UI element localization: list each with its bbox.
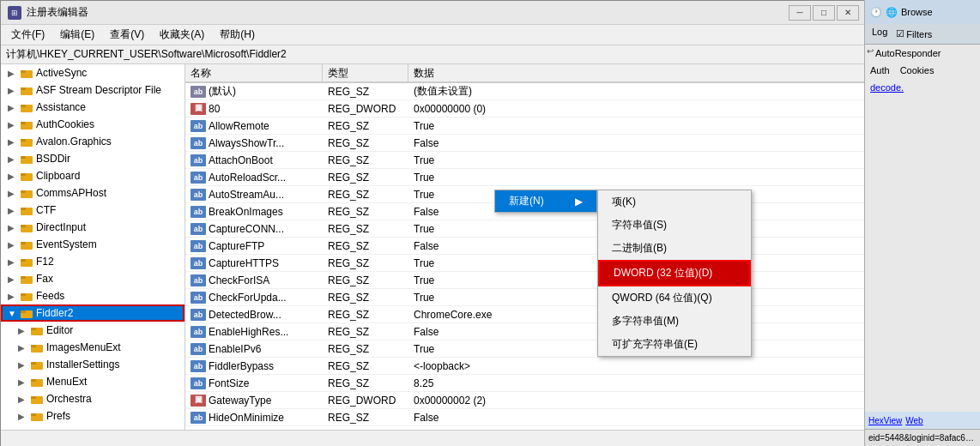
table-row[interactable]: 圖 GatewayType REG_DWORD 0x00000002 (2) [185, 392, 866, 409]
globe-icon: 🌐 [886, 7, 898, 18]
tab-auth[interactable]: Auth [868, 63, 892, 77]
tree-item-activesync[interactable]: ▶ ActiveSync [1, 64, 185, 81]
reg-icon-ab: ab [191, 360, 206, 372]
reg-name: AttachOnBoot [209, 154, 273, 166]
ctx-item-key[interactable]: 项(K) [598, 190, 751, 214]
tree-item-editor[interactable]: ▶ Editor [1, 322, 185, 339]
fiddler-link-hexview[interactable]: HexView [868, 416, 902, 425]
menu-file[interactable]: 文件(F) [4, 26, 51, 44]
tree-item-avalon[interactable]: ▶ Avalon.Graphics [1, 133, 185, 150]
reg-data: 0x00000000 (0) [408, 102, 866, 116]
ctx-item-qword[interactable]: QWORD (64 位值)(Q) [598, 286, 751, 310]
decode-link[interactable]: decode. [867, 81, 978, 94]
reg-icon-ab: ab [191, 154, 206, 166]
table-row[interactable]: ab HideOnMinimize REG_SZ False [185, 409, 866, 426]
tree-item-bsddir[interactable]: ▶ BSDDir [1, 150, 185, 167]
col-header-type[interactable]: 类型 [323, 64, 408, 81]
svg-rect-33 [31, 345, 36, 347]
reg-name: CaptureFTP [209, 240, 264, 252]
tree-item-asf[interactable]: ▶ ASF Stream Descriptor File [1, 81, 185, 99]
menu-edit[interactable]: 编辑(E) [53, 26, 101, 44]
maximize-button[interactable]: □ [813, 5, 835, 21]
expand-arrow: ▶ [18, 326, 28, 335]
table-row[interactable]: ab AllowRemote REG_SZ True [185, 118, 866, 135]
ctx-item-multistring[interactable]: 多字符串值(M) [598, 310, 751, 333]
table-row[interactable]: ab CaptureFTP REG_SZ False [185, 238, 866, 255]
tree-item-authcookies[interactable]: ▶ AuthCookies [1, 116, 185, 133]
svg-rect-25 [21, 276, 26, 279]
table-row[interactable]: ab (默认) REG_SZ (数值未设置) [185, 83, 866, 100]
table-row[interactable]: ab AttachOnBoot REG_SZ True [185, 152, 866, 169]
table-row[interactable]: 圖 80 REG_DWORD 0x00000000 (0) [185, 100, 866, 118]
table-row[interactable]: ab EnableHighRes... REG_SZ False [185, 323, 866, 341]
table-row[interactable]: ab CheckForISA REG_SZ True [185, 272, 866, 289]
expand-arrow: ▶ [8, 103, 18, 112]
reg-name: (默认) [209, 84, 236, 99]
svg-rect-35 [31, 362, 36, 365]
folder-icon [20, 84, 33, 96]
fiddler-header: 🕐 🌐 Browse [865, 0, 980, 24]
tree-item-commsaphost[interactable]: ▶ CommsAPHost [1, 184, 185, 202]
reg-type: REG_SZ [323, 154, 408, 167]
tree-item-fiddler2[interactable]: ▼ Fiddler2 [1, 304, 185, 322]
tree-item-imagesmenuext[interactable]: ▶ ImagesMenuExt [1, 339, 185, 356]
reg-data: 8.25 [408, 377, 866, 390]
new-menu-item[interactable]: 新建(N) ▶ [495, 190, 596, 212]
reg-name: CaptureHTTPS [209, 257, 279, 269]
tab-log[interactable]: Log [865, 24, 894, 44]
folder-icon [20, 153, 33, 165]
browse-label: Browse [901, 7, 933, 17]
folder-icon [20, 118, 33, 130]
reg-name: FiddlerBypass [209, 360, 274, 372]
menu-bar: 文件(F) 编辑(E) 查看(V) 收藏夹(A) 帮助(H) [1, 25, 866, 45]
table-row[interactable]: ab AutoReloadScr... REG_SZ True [185, 169, 866, 186]
reg-name: CaptureCONN... [209, 223, 284, 235]
filter-checkbox[interactable]: ☑ Filters [894, 24, 934, 44]
fiddler-link-web[interactable]: Web [905, 416, 923, 425]
tree-item-installersettings[interactable]: ▶ InstallerSettings [1, 356, 185, 373]
table-row[interactable]: ab CaptureHTTPS REG_SZ True [185, 255, 866, 272]
ctx-item-dword[interactable]: DWORD (32 位值)(D) [598, 260, 751, 286]
ctx-item-binary[interactable]: 二进制值(B) [598, 237, 751, 260]
menu-help[interactable]: 帮助(H) [213, 26, 262, 44]
menu-favorites[interactable]: 收藏夹(A) [153, 26, 211, 44]
tree-item-menuext[interactable]: ▶ MenuExt [1, 373, 185, 390]
ctx-item-expandstring[interactable]: 可扩充字符串值(E) [598, 333, 751, 356]
tree-item-fax[interactable]: ▶ Fax [1, 270, 185, 287]
tab-cookies[interactable]: Cookies [898, 63, 936, 77]
fiddler-content: decode. [865, 79, 980, 96]
tree-item-ctf[interactable]: ▶ CTF [1, 202, 185, 219]
tree-item-f12[interactable]: ▶ F12 [1, 253, 185, 270]
tree-item-directinput[interactable]: ▶ DirectInput [1, 219, 185, 236]
svg-rect-41 [31, 413, 36, 416]
reg-name: AutoStreamAu... [209, 189, 284, 201]
tree-item-clipboard[interactable]: ▶ Clipboard [1, 167, 185, 184]
menu-view[interactable]: 查看(V) [103, 26, 151, 44]
tree-item-orchestra[interactable]: ▶ Orchestra [1, 390, 185, 407]
folder-icon [20, 187, 33, 199]
col-header-name[interactable]: 名称 [185, 64, 323, 81]
minimize-button[interactable]: ─ [789, 5, 811, 21]
table-row[interactable]: ab CaptureCONN... REG_SZ True [185, 220, 866, 238]
table-row[interactable]: ab FiddlerBypass REG_SZ <-loopback> [185, 358, 866, 375]
folder-icon [30, 410, 44, 422]
svg-rect-31 [31, 328, 36, 330]
tree-item-prefs[interactable]: ▶ Prefs [1, 407, 185, 425]
new-submenu-trigger[interactable]: 新建(N) ▶ [494, 190, 597, 213]
tree-panel[interactable]: ▶ ActiveSync ▶ ASF Stream Descriptor Fil… [1, 64, 185, 430]
table-row[interactable]: ab AlwaysShowTr... REG_SZ False [185, 135, 866, 152]
reg-type: REG_DWORD [323, 102, 408, 116]
ctx-item-string[interactable]: 字符串值(S) [598, 214, 751, 237]
tree-item-eventsystem[interactable]: ▶ EventSystem [1, 236, 185, 253]
tree-item-feeds[interactable]: ▶ Feeds [1, 287, 185, 304]
svg-rect-17 [21, 208, 26, 210]
table-row[interactable]: ab FontSize REG_SZ 8.25 [185, 375, 866, 392]
tab-autoresponder[interactable]: AutoResponder [874, 46, 942, 60]
tree-item-assistance[interactable]: ▶ Assistance [1, 99, 185, 116]
fiddler-status-bar: eid=5448&loginid=8afac699... [865, 429, 980, 446]
col-header-data[interactable]: 数据 [408, 64, 866, 81]
table-row[interactable]: ab DetectedBrow... REG_SZ ChromeCore.exe [185, 306, 866, 323]
table-row[interactable]: ab EnableIPv6 REG_SZ True [185, 341, 866, 358]
table-row[interactable]: ab CheckForUpda... REG_SZ True [185, 289, 866, 306]
close-button[interactable]: ✕ [837, 5, 859, 21]
